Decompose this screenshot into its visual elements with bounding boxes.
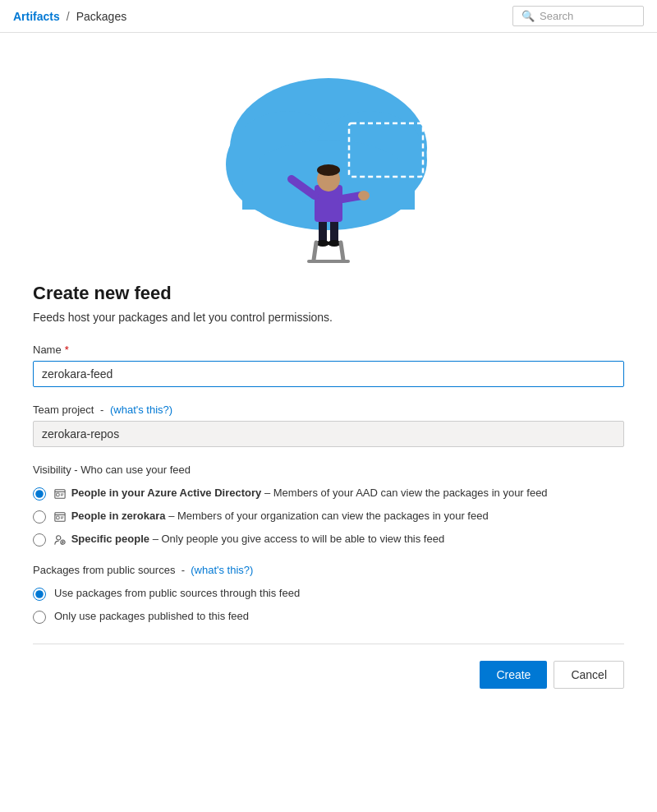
create-button[interactable]: Create [480, 661, 547, 689]
svg-point-8 [316, 240, 329, 247]
visibility-section: Visibility - Who can use your feed Peopl… [33, 464, 624, 547]
packages-label-text: Packages from public sources [33, 564, 175, 576]
svg-rect-29 [57, 516, 60, 519]
breadcrumb: Artifacts / Packages [13, 10, 126, 23]
search-placeholder: Search [540, 10, 573, 22]
cancel-button[interactable]: Cancel [554, 661, 624, 689]
aad-icon [54, 488, 66, 500]
packages-radio-group: Use packages from public sources through… [33, 586, 624, 624]
breadcrumb-artifacts[interactable]: Artifacts [13, 10, 60, 23]
name-label: Name * [33, 344, 624, 356]
visibility-radio-org[interactable] [33, 510, 46, 524]
visibility-radio-specific[interactable] [33, 533, 46, 547]
specific-description: – Only people you give access to will be… [153, 533, 445, 545]
footer-buttons: Create Cancel [33, 661, 624, 689]
main-content: Create new feed Feeds host your packages… [0, 49, 657, 722]
packages-section-label: Packages from public sources - (what's t… [33, 564, 624, 576]
svg-point-12 [317, 164, 340, 176]
aad-description: – Members of your AAD can view the packa… [264, 487, 548, 499]
visibility-specific-text: Specific people – Only people you give a… [54, 532, 444, 547]
packages-whats-this-link[interactable]: (what's this?) [191, 564, 253, 576]
breadcrumb-separator: / [67, 10, 70, 23]
name-field-group: Name * [33, 344, 624, 404]
org-label: People in zerokara [71, 510, 166, 522]
visibility-aad-text: People in your Azure Active Directory – … [54, 486, 548, 501]
team-project-field-group: Team project - (what's this?) zerokara-r… [33, 404, 624, 447]
svg-point-32 [57, 536, 61, 540]
team-project-whats-this-link[interactable]: (what's this?) [110, 404, 172, 416]
packages-option-private[interactable]: Only use packages published to this feed [33, 609, 624, 624]
team-project-label-text: Team project [33, 404, 94, 416]
packages-private-text: Only use packages published to this feed [54, 609, 249, 624]
form-divider [33, 644, 624, 644]
visibility-option-org[interactable]: People in zerokara – Members of your org… [33, 509, 624, 524]
required-star: * [65, 344, 69, 356]
visibility-label: Visibility - Who can use your feed [33, 464, 624, 476]
specific-label: Specific people [71, 533, 149, 545]
form-title: Create new feed [33, 283, 624, 304]
packages-public-text: Use packages from public sources through… [54, 586, 300, 601]
visibility-org-text: People in zerokara – Members of your org… [54, 509, 489, 524]
org-description: – Members of your organization can view … [168, 510, 489, 522]
packages-section: Packages from public sources - (what's t… [33, 564, 624, 624]
form-subtitle: Feeds host your packages and let you con… [33, 311, 624, 324]
team-project-value: zerokara-repos [33, 421, 624, 447]
breadcrumb-packages: Packages [76, 10, 126, 23]
aad-label: People in your Azure Active Directory [71, 487, 262, 499]
search-box[interactable]: 🔍 Search [512, 6, 644, 26]
illustration [33, 49, 624, 263]
name-label-text: Name [33, 344, 62, 356]
visibility-option-aad[interactable]: People in your Azure Active Directory – … [33, 486, 624, 501]
specific-people-icon [54, 534, 66, 546]
packages-radio-public[interactable] [33, 588, 46, 601]
packages-option-public[interactable]: Use packages from public sources through… [33, 586, 624, 601]
header: Artifacts / Packages 🔍 Search [0, 0, 657, 33]
svg-rect-24 [57, 493, 60, 496]
org-icon [54, 511, 66, 523]
name-input[interactable] [33, 361, 624, 387]
team-project-label: Team project - (what's this?) [33, 404, 624, 416]
svg-point-9 [328, 240, 341, 247]
visibility-radio-group: People in your Azure Active Directory – … [33, 486, 624, 547]
search-icon: 🔍 [521, 10, 535, 22]
visibility-radio-aad[interactable] [33, 487, 46, 501]
svg-point-15 [358, 191, 370, 201]
visibility-option-specific[interactable]: Specific people – Only people you give a… [33, 532, 624, 547]
packages-radio-private[interactable] [33, 611, 46, 624]
